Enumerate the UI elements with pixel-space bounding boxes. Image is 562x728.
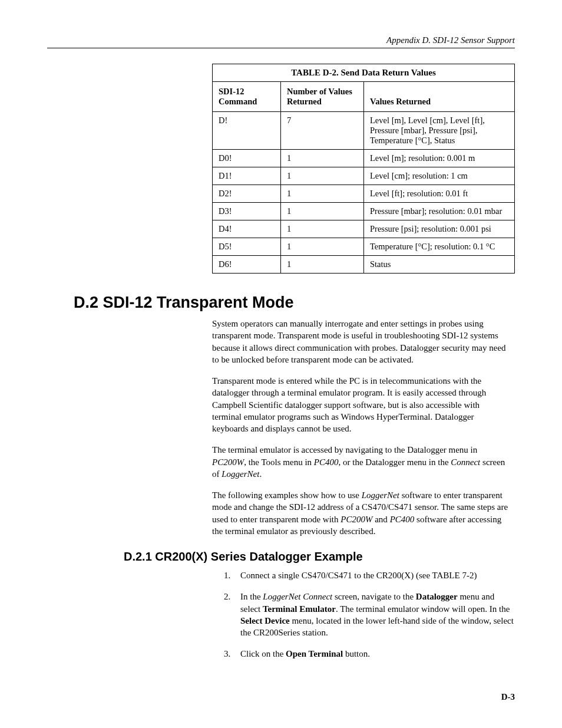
table-cell: D! — [213, 112, 281, 150]
table-row: D4!1Pressure [psi]; resolution: 0.001 ps… — [213, 220, 515, 238]
section-heading-d2: D.2 SDI-12 Transparent Mode — [74, 294, 515, 312]
page-header: Appendix D. SDI-12 Sensor Support — [47, 35, 515, 45]
table-cell: 1 — [281, 185, 364, 203]
th-values-returned: Values Returned — [364, 82, 515, 112]
text: screen, navigate to the — [332, 592, 416, 601]
paragraph: Transparent mode is entered while the PC… — [212, 375, 509, 434]
table-cell: 1 — [281, 220, 364, 238]
text: , or the Datalogger menu in the — [339, 457, 451, 467]
table-row: D!7Level [m], Level [cm], Level [ft], Pr… — [213, 112, 515, 150]
text: . The terminal emulator window will open… — [336, 604, 510, 614]
table-cell: D6! — [213, 256, 281, 274]
italic-text: PC200W — [212, 457, 244, 467]
steps-list: 1.Connect a single CS470/CS471 to the CR… — [224, 569, 515, 660]
list-item: 2.In the LoggerNet Connect screen, navig… — [224, 591, 515, 638]
italic-text: PC400 — [314, 457, 339, 467]
table-cell: Pressure [psi]; resolution: 0.001 psi — [364, 220, 515, 238]
send-data-return-values-table: TABLE D-2. Send Data Return Values SDI-1… — [212, 64, 515, 274]
table-cell: 1 — [281, 167, 364, 185]
table-row: D2!1Level [ft]; resolution: 0.01 ft — [213, 185, 515, 203]
table-cell: Status — [364, 256, 515, 274]
header-rule — [47, 48, 515, 48]
italic-text: LoggerNet Connect — [263, 592, 332, 601]
table-cell: 1 — [281, 203, 364, 220]
table-cell: Temperature [°C]; resolution: 0.1 °C — [364, 238, 515, 256]
table-caption: TABLE D-2. Send Data Return Values — [212, 64, 515, 81]
italic-text: LoggerNet — [222, 469, 259, 479]
table-cell: 1 — [281, 256, 364, 274]
table-row: D0!1Level [m]; resolution: 0.001 m — [213, 150, 515, 167]
table-cell: D4! — [213, 220, 281, 238]
table-row: D1!1Level [cm]; resolution: 1 cm — [213, 167, 515, 185]
table-cell: Level [ft]; resolution: 0.01 ft — [364, 185, 515, 203]
table-row: D6!1Status — [213, 256, 515, 274]
text: In the — [240, 592, 263, 601]
list-item: 1.Connect a single CS470/CS471 to the CR… — [224, 569, 515, 581]
bold-text: Open Terminal — [286, 649, 343, 658]
italic-text: PC400 — [390, 515, 415, 524]
th-num-values: Number of Values Returned — [281, 82, 364, 112]
paragraph: System operators can manually interrogat… — [212, 318, 509, 365]
paragraph: The terminal emulator is accessed by nav… — [212, 444, 509, 480]
italic-text: LoggerNet — [362, 490, 399, 500]
table-cell: Level [m], Level [cm], Level [ft], Press… — [364, 112, 515, 150]
table-row: D5!1Temperature [°C]; resolution: 0.1 °C — [213, 238, 515, 256]
step-number: 1. — [224, 569, 240, 581]
table-cell: D3! — [213, 203, 281, 220]
bold-text: Select Device — [240, 616, 290, 625]
text: , the Tools menu in — [244, 457, 314, 467]
subsection-heading-d21: D.2.1 CR200(X) Series Datalogger Example — [124, 550, 515, 564]
table-cell: D2! — [213, 185, 281, 203]
table-cell: D0! — [213, 150, 281, 167]
step-text: In the LoggerNet Connect screen, navigat… — [240, 591, 515, 638]
table-cell: 1 — [281, 238, 364, 256]
text: . — [259, 469, 262, 479]
list-item: 3.Click on the Open Terminal button. — [224, 648, 515, 660]
bold-text: Datalogger — [416, 592, 458, 601]
text: The following examples show how to use — [212, 490, 362, 500]
table-row: D3!1Pressure [mbar]; resolution: 0.01 mb… — [213, 203, 515, 220]
step-number: 2. — [224, 591, 240, 638]
text: Click on the — [240, 649, 286, 658]
table-cell: 1 — [281, 150, 364, 167]
th-sdi12-command: SDI-12 Command — [213, 82, 281, 112]
paragraph: The following examples show how to use L… — [212, 489, 509, 537]
step-number: 3. — [224, 648, 240, 660]
italic-text: PC200W — [340, 515, 372, 524]
table-cell: D1! — [213, 167, 281, 185]
italic-text: Connect — [451, 457, 480, 467]
step-text: Connect a single CS470/CS471 to the CR20… — [240, 569, 515, 581]
table-cell: Level [m]; resolution: 0.001 m — [364, 150, 515, 167]
table-cell: D5! — [213, 238, 281, 256]
text: Connect a single CS470/CS471 to the CR20… — [240, 571, 477, 580]
step-text: Click on the Open Terminal button. — [240, 648, 515, 660]
text: and — [372, 515, 389, 524]
table-cell: Pressure [mbar]; resolution: 0.01 mbar — [364, 203, 515, 220]
table-cell: Level [cm]; resolution: 1 cm — [364, 167, 515, 185]
text: button. — [343, 649, 370, 658]
table-cell: 7 — [281, 112, 364, 150]
text: The terminal emulator is accessed by nav… — [212, 445, 477, 454]
bold-text: Terminal Emulator — [263, 604, 336, 614]
page-number: D-3 — [501, 692, 515, 702]
